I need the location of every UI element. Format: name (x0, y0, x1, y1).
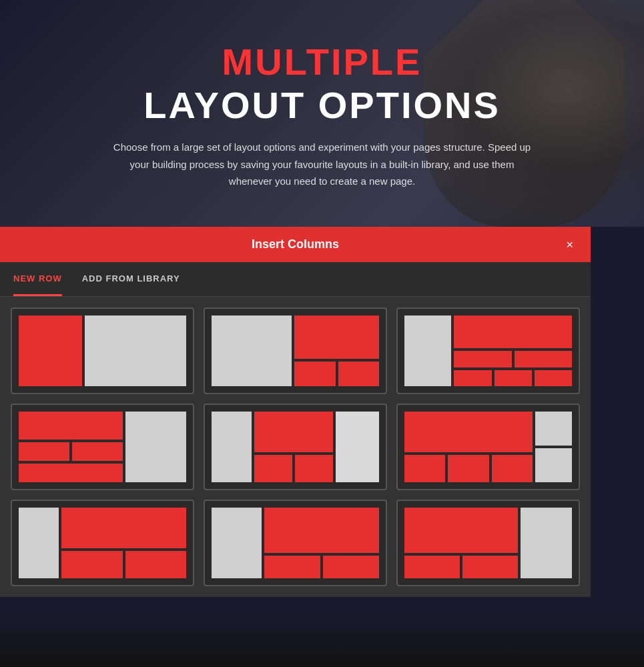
layout-card-7[interactable] (11, 500, 194, 586)
modal-title: Insert Columns (252, 237, 339, 251)
layout-card-1[interactable] (11, 307, 194, 394)
layout-card-9[interactable] (396, 500, 580, 586)
bottom-section (0, 614, 644, 667)
hero-title-line1: MULTIPLE (0, 40, 644, 83)
hero-section: MULTIPLE LAYOUT OPTIONS Choose from a la… (0, 0, 644, 190)
hero-description: Choose from a large set of layout option… (109, 139, 536, 190)
modal-tabs: NEW ROW ADD FROM LIBRARY (0, 262, 591, 297)
hero-title-line2: LAYOUT OPTIONS (0, 83, 644, 127)
layout-card-6[interactable] (396, 404, 580, 490)
layout-card-8[interactable] (204, 500, 387, 586)
modal-header: Insert Columns × (0, 227, 591, 262)
layout-card-4[interactable] (11, 404, 194, 490)
layout-card-3[interactable] (396, 307, 580, 394)
layout-card-2[interactable] (204, 307, 387, 394)
layout-card-5[interactable] (204, 404, 387, 490)
tab-add-from-library[interactable]: ADD FROM LIBRARY (82, 263, 180, 296)
insert-columns-modal: Insert Columns × NEW ROW ADD FROM LIBRAR… (0, 227, 591, 597)
tab-new-row[interactable]: NEW ROW (13, 263, 62, 296)
layout-grid (0, 297, 591, 597)
modal-close-button[interactable]: × (561, 236, 579, 253)
